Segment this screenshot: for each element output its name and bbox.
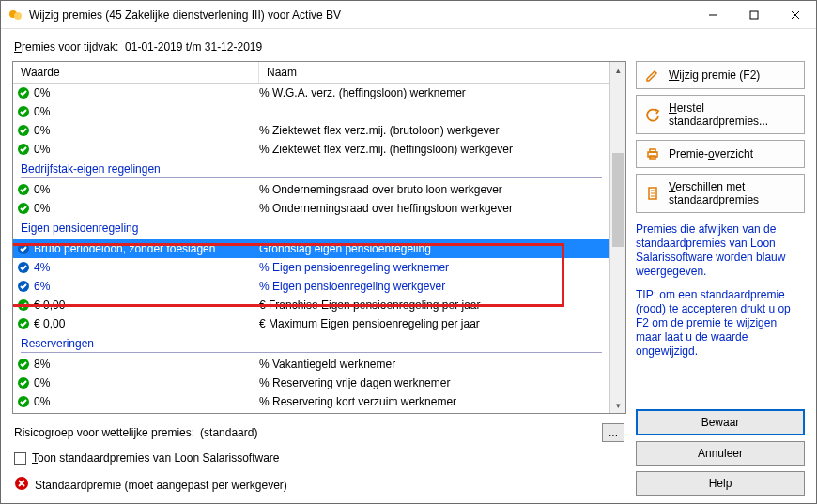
scroll-thumb[interactable]	[612, 153, 624, 247]
list-row[interactable]: 0% % Ondernemingsraad over heffingsloon …	[13, 199, 609, 218]
list-row[interactable]: € 0,00 € Franchise Eigen pensioenregelin…	[13, 296, 609, 314]
list-row-selected[interactable]: Bruto periodeloon, zonder toeslagen Gron…	[13, 239, 609, 258]
app-icon	[8, 8, 23, 23]
check-icon	[17, 143, 30, 156]
save-button[interactable]: Bewaar	[636, 409, 805, 435]
scroll-up-icon[interactable]: ▴	[610, 62, 625, 78]
col-waarde[interactable]: Waarde	[13, 62, 259, 83]
list-row[interactable]: 0% % Reservering vrije dagen werknemer	[13, 374, 609, 392]
group-header: Reserveringen	[13, 333, 609, 355]
svg-rect-3	[750, 11, 758, 19]
check-icon	[17, 280, 30, 293]
group-header: Bedrijfstak-eigen regelingen	[13, 159, 609, 180]
show-defaults-checkbox[interactable]: Toon standaardpremies van Loon Salarisso…	[14, 451, 624, 465]
period-label: Premies voor tijdvak: 01-01-2019 t/m 31-…	[14, 40, 805, 53]
list-row[interactable]: 0%	[13, 102, 609, 121]
close-button[interactable]	[775, 1, 816, 29]
check-icon	[17, 376, 30, 389]
list-row[interactable]: 0% % Ziektewet flex verz.mij. (heffingsl…	[13, 140, 609, 159]
check-icon	[17, 105, 30, 118]
list-headers: Waarde Naam	[13, 62, 609, 84]
undo-icon	[644, 107, 661, 122]
list-row[interactable]: 6% % Eigen pensioenregeling werkgever	[13, 277, 609, 296]
check-icon	[17, 124, 30, 137]
info-note-blue: Premies die afwijken van de standaardpre…	[636, 222, 805, 279]
premie-overview-button[interactable]: Premie-overzicht	[636, 140, 805, 168]
list-row[interactable]: 4% % Eigen pensioenregeling werknemer	[13, 258, 609, 277]
check-icon	[17, 86, 30, 99]
titlebar: Wijzig premies (45 Zakelijke dienstverle…	[1, 1, 816, 29]
premie-list: Waarde Naam 0% % W.G.A. verz. (heffingsl…	[12, 61, 626, 414]
check-icon	[17, 395, 30, 408]
restore-defaults-button[interactable]: Herstel standaardpremies...	[636, 95, 805, 134]
help-button[interactable]: Help	[636, 471, 805, 496]
check-icon	[17, 317, 30, 330]
list-row[interactable]: € 0,00 € Maximum Eigen pensioenregeling …	[13, 314, 609, 333]
maximize-button[interactable]	[733, 1, 775, 29]
svg-rect-24	[650, 149, 655, 152]
check-icon	[17, 202, 30, 215]
minimize-button[interactable]	[692, 1, 733, 29]
svg-point-1	[14, 12, 22, 20]
checkbox-icon	[14, 452, 26, 465]
window-title: Wijzig premies (45 Zakelijke dienstverle…	[29, 8, 692, 22]
window: Wijzig premies (45 Zakelijke dienstverle…	[0, 0, 817, 504]
list-row[interactable]: 0% % W.G.A. verz. (heffingsloon) werknem…	[13, 84, 609, 102]
group-header: Eigen pensioenregeling	[13, 218, 609, 239]
list-row[interactable]: 8% % Vakantiegeld werknemer	[13, 355, 609, 374]
pencil-icon	[644, 68, 661, 83]
riskgroup-label: Risicogroep voor wettelijke premies:	[14, 426, 194, 439]
check-icon	[17, 358, 30, 371]
legend-standaardpremie: Standaardpremie (moet aangepast per werk…	[14, 476, 624, 494]
check-icon	[17, 298, 30, 312]
riskgroup-value: (standaard)	[200, 426, 257, 439]
scrollbar[interactable]: ▴ ▾	[609, 62, 625, 413]
cancel-button[interactable]: Annuleer	[636, 441, 805, 466]
check-icon	[17, 242, 30, 255]
info-note-tip: TIP: om een standaardpremie (rood) te ac…	[636, 288, 805, 359]
list-row[interactable]: 0% % Reservering kort verzuim werknemer	[13, 392, 609, 411]
edit-premie-button[interactable]: Wijzig premie (F2)	[636, 61, 805, 89]
riskgroup-browse-button[interactable]: ...	[602, 423, 624, 442]
error-icon	[14, 476, 29, 494]
document-icon	[644, 186, 661, 201]
check-icon	[17, 183, 30, 196]
differences-button[interactable]: Verschillen met standaardpremies	[636, 174, 805, 213]
scroll-down-icon[interactable]: ▾	[610, 397, 625, 413]
list-row[interactable]: 0% % Ondernemingsraad over bruto loon we…	[13, 180, 609, 199]
list-row[interactable]: 0% % Ziektewet flex verz.mij. (brutoloon…	[13, 121, 609, 140]
check-icon	[17, 261, 30, 274]
print-icon	[644, 146, 661, 161]
col-naam[interactable]: Naam	[259, 62, 609, 83]
